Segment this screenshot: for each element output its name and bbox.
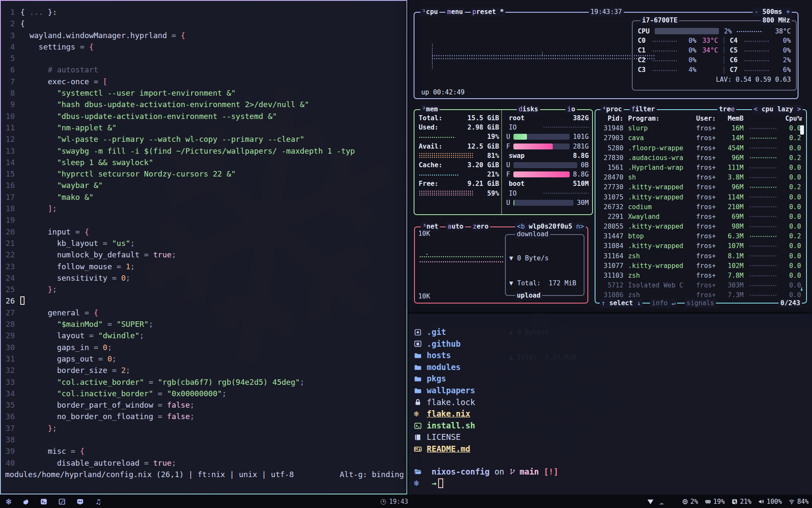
- editor-line[interactable]: 38: [1, 434, 406, 445]
- uptime-label: up 00:42:49: [421, 88, 465, 96]
- proc-sort-selector[interactable]: < cpu lazy >: [752, 105, 803, 114]
- editor-window[interactable]: 1{ ... }:2{3 wayland.windowManager.hyprl…: [0, 0, 407, 494]
- process-row[interactable]: 27830.audacious-wrafros+96M0.2: [597, 153, 804, 163]
- process-row[interactable]: 31075.kitty-wrappedfros+114M0.0: [597, 193, 804, 202]
- proc-scroll-down-icon[interactable]: ↓: [800, 285, 804, 293]
- editor-line[interactable]: 33 "col.active_border" = "rgb(cba6f7) rg…: [1, 376, 406, 388]
- line-number: 22: [1, 249, 20, 260]
- editor-line[interactable]: 8 "systemctl --user import-environment &…: [1, 87, 406, 99]
- editor-line[interactable]: 23 follow_mouse = 1;: [1, 261, 406, 272]
- editor-line[interactable]: 5: [1, 52, 406, 64]
- editor-line[interactable]: 12 "wl-paste --primary --watch wl-copy -…: [1, 133, 406, 145]
- editor-line[interactable]: 22 numlock_by_default = true;: [1, 249, 406, 260]
- editor-line[interactable]: 40 disable_autoreload = true;: [1, 457, 406, 469]
- editor-line[interactable]: 35 border_part_of_window = false;: [1, 399, 406, 411]
- btop-tab[interactable]: menu: [445, 8, 464, 17]
- file-item: wallpapers: [409, 385, 812, 397]
- btop-io-tab[interactable]: io: [565, 105, 577, 114]
- editor-line[interactable]: 14 "sleep 1 && swaylock": [1, 157, 406, 168]
- proc-select-control[interactable]: ↑ select ↓: [600, 299, 642, 308]
- editor-line[interactable]: 17 "mako &": [1, 191, 406, 203]
- btop-tab[interactable]: filter: [630, 105, 657, 114]
- proc-col-cpu[interactable]: Cpu%: [782, 114, 801, 124]
- editor-line[interactable]: 4 settings = {: [1, 41, 406, 52]
- editor-line[interactable]: 6 # autostart: [1, 64, 406, 75]
- tray-network-icon[interactable]: [647, 500, 653, 504]
- editor-line[interactable]: 9 "hash dbus-update-activation-environme…: [1, 99, 406, 110]
- btop-window[interactable]: ¹cpumenupreset * 19:43:37 - 500ms + i7-6…: [409, 0, 812, 312]
- process-row[interactable]: 31948slurpfros+16M0.0: [597, 124, 804, 133]
- proc-signals-control[interactable]: signals: [685, 299, 716, 308]
- editor-line[interactable]: 10 "dbus-update-activation-environment -…: [1, 110, 406, 122]
- editor-line[interactable]: 34 "col.inactive_border" = "0x00000000";: [1, 388, 406, 399]
- proc-col-user[interactable]: User:: [696, 114, 721, 124]
- editor-line[interactable]: 36 no_border_on_floating = false;: [1, 411, 406, 422]
- process-row[interactable]: 28055.kitty-wrappedfros+98M0.0: [597, 222, 804, 232]
- mem-stat-row: Cache:3.20 GiB: [419, 160, 499, 170]
- process-row[interactable]: 31077.kitty-wrappedfros+102M0.0: [597, 261, 804, 271]
- editor-line[interactable]: 3 wayland.windowManager.hyprland = {: [1, 30, 406, 41]
- editor-line[interactable]: 7 exec-once = [: [1, 76, 406, 87]
- editor-line[interactable]: 24 sensitivity = 0;: [1, 272, 406, 284]
- editor-line[interactable]: 32 border_size = 2;: [1, 364, 406, 376]
- proc-col-program[interactable]: Program:: [623, 114, 696, 124]
- editor-line[interactable]: 25 };: [1, 284, 406, 295]
- editor-line[interactable]: 1{ ... }:: [1, 6, 406, 18]
- line-number: 32: [1, 364, 20, 376]
- process-row[interactable]: 28470shfros+3.8M0.0: [597, 173, 804, 182]
- process-row[interactable]: 27730.kitty-wrappedfros+96M0.2: [597, 182, 804, 192]
- process-row[interactable]: 5280.floorp-wrappefros+454M0.0: [597, 144, 804, 153]
- editor-line[interactable]: 16 "waybar &": [1, 179, 406, 191]
- editor-line[interactable]: 20 input = {: [1, 226, 406, 237]
- editor-line[interactable]: 26: [1, 295, 406, 306]
- terminal-window[interactable]: .git.githubhostsmodulespkgswallpapersfla…: [409, 314, 812, 494]
- btop-tab[interactable]: ¹cpu: [420, 8, 439, 17]
- proc-tree-toggle[interactable]: tree: [717, 105, 736, 114]
- btop-tab[interactable]: auto: [446, 222, 465, 231]
- proc-col-pid[interactable]: Pid:: [597, 114, 623, 124]
- editor-line[interactable]: 15 "hyprctl setcursor Nordzy-cursors 22 …: [1, 168, 406, 179]
- editor-line[interactable]: 27 general = {: [1, 307, 406, 318]
- process-row[interactable]: 1561.Hyprland-wrapfros+111M0.0: [597, 163, 804, 173]
- browser-icon[interactable]: [22, 498, 30, 505]
- btop-interval-control[interactable]: - 500ms +: [753, 8, 792, 17]
- editor-line[interactable]: 18 ];: [1, 203, 406, 214]
- btop-mem-tab[interactable]: ²mem: [420, 105, 439, 114]
- editor-line[interactable]: 19: [1, 214, 406, 226]
- editor-line[interactable]: 31 gaps_out = 0;: [1, 353, 406, 364]
- process-row[interactable]: 5712Isolated Web Cfros+303M0.0: [597, 281, 804, 290]
- editor-line[interactable]: 37 };: [1, 422, 406, 434]
- line-number: 38: [1, 434, 20, 445]
- process-row[interactable]: 31084.kitty-wrappedfros+107M0.0: [597, 241, 804, 251]
- notes-app-icon[interactable]: [58, 498, 66, 505]
- discord-icon[interactable]: [76, 498, 84, 505]
- process-row[interactable]: 31164zshfros+8.1M0.0: [597, 251, 804, 261]
- prompt-input-line[interactable]: ❄ →: [409, 478, 812, 489]
- editor-line[interactable]: 29 layout = "dwindle";: [1, 330, 406, 341]
- editor-line[interactable]: 30 gaps_in = 0;: [1, 342, 406, 353]
- btop-tab[interactable]: ⁴proc: [601, 105, 624, 114]
- btop-disks-tab[interactable]: disks: [517, 105, 540, 114]
- proc-scrollbar-thumb[interactable]: [800, 125, 804, 135]
- terminal-app-icon[interactable]: [40, 498, 48, 505]
- editor-line[interactable]: 11 "nm-applet &": [1, 122, 406, 133]
- proc-info-control[interactable]: info ↵: [650, 299, 677, 308]
- editor-line[interactable]: 28 "$mainMod" = "SUPER";: [1, 318, 406, 330]
- process-row[interactable]: 26732codiumfros+210M0.0: [597, 202, 804, 212]
- proc-col-memb[interactable]: MemB: [721, 114, 743, 124]
- editor-line[interactable]: 2{: [1, 18, 406, 29]
- process-row[interactable]: 2291Xwaylandfros+69M0.0: [597, 212, 804, 222]
- btop-tab[interactable]: preset *: [471, 8, 506, 17]
- music-app-icon[interactable]: ♫: [94, 498, 102, 505]
- editor-code-area[interactable]: 1{ ... }:2{3 wayland.windowManager.hyprl…: [1, 1, 406, 469]
- editor-line[interactable]: 13 "swaybg -m fill -i $(find ~/Pictures/…: [1, 145, 406, 157]
- editor-line[interactable]: 39 misc = {: [1, 445, 406, 457]
- process-row[interactable]: 31447btopfros+6.3M0.2: [597, 232, 804, 241]
- process-row[interactable]: 31103zshfros+7.8M0.0: [597, 271, 804, 281]
- btop-tab[interactable]: zero: [471, 222, 490, 231]
- process-row[interactable]: 27903cavafros+14M0.2: [597, 133, 804, 143]
- tray-cloud-icon[interactable]: ☁: [659, 498, 664, 506]
- editor-line[interactable]: 21 kb_layout = "us";: [1, 237, 406, 249]
- nix-launcher-icon[interactable]: ❄: [6, 497, 11, 506]
- file-name: modules: [427, 362, 461, 373]
